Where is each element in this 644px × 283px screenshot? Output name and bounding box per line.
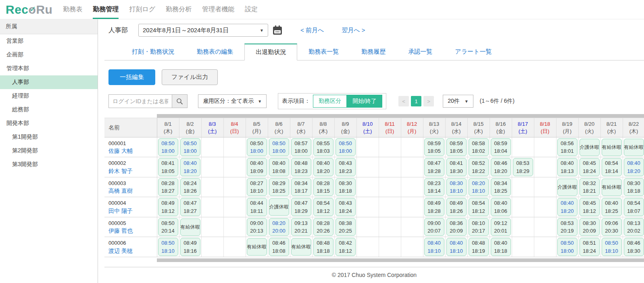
- page-next-button[interactable]: >: [423, 96, 434, 106]
- sidebar-item[interactable]: 企画部: [0, 48, 98, 62]
- horizontal-scrollbar-bottom[interactable]: [157, 258, 644, 262]
- time-chip[interactable]: 09:0020:13: [247, 218, 267, 236]
- time-chip[interactable]: 08:2020:00: [269, 218, 289, 236]
- time-chip[interactable]: 08:2918:25: [269, 178, 289, 196]
- time-chip[interactable]: 08:4718:28: [424, 158, 444, 176]
- leave-chip[interactable]: 有給休暇: [602, 139, 622, 156]
- time-chip[interactable]: 08:4018:10: [446, 238, 467, 256]
- time-chip[interactable]: 08:5418:12: [469, 198, 489, 216]
- time-chip[interactable]: 08:5018:00: [180, 138, 200, 156]
- sidebar-item[interactable]: 経理部: [0, 89, 98, 103]
- time-chip[interactable]: 08:5320:19: [557, 218, 577, 236]
- time-chip[interactable]: 08:4618:20: [491, 158, 511, 176]
- time-chip[interactable]: 08:4018:25: [602, 198, 622, 216]
- time-chip[interactable]: 08:4018:20: [180, 158, 200, 176]
- time-chip[interactable]: 08:5918:05: [424, 138, 444, 156]
- time-chip[interactable]: 08:5418:12: [313, 198, 333, 216]
- tab[interactable]: アラート一覧: [444, 44, 503, 60]
- sidebar-item[interactable]: 人事部: [0, 75, 98, 89]
- time-chip[interactable]: 08:4918:28: [424, 198, 444, 216]
- time-chip[interactable]: 08:4318:23: [336, 158, 356, 176]
- tab[interactable]: 承認一覧: [397, 44, 444, 60]
- time-chip[interactable]: 08:5018:00: [247, 138, 267, 156]
- search-button[interactable]: [172, 95, 187, 108]
- time-chip[interactable]: 08:5418:07: [624, 198, 644, 216]
- time-chip[interactable]: 08:4018:10: [424, 238, 444, 256]
- time-chip[interactable]: 08:4518:24: [579, 158, 600, 176]
- time-chip[interactable]: 08:2318:14: [424, 178, 444, 196]
- employment-type-select[interactable]: 雇用区分：全て表示 ▼: [198, 94, 267, 108]
- time-chip[interactable]: 08:5020:14: [158, 218, 178, 236]
- time-chip[interactable]: 08:4318:24: [336, 198, 356, 216]
- toggle-work-category[interactable]: 勤務区分: [313, 95, 347, 108]
- employee-name-link[interactable]: 伊藤 哲也: [108, 227, 157, 235]
- nav-item[interactable]: 設定: [245, 0, 258, 19]
- nav-item[interactable]: 勤務分析: [166, 0, 192, 19]
- employee-name-link[interactable]: 佐藤 大輔: [108, 147, 157, 155]
- time-chip[interactable]: 08:5518:03: [313, 138, 333, 156]
- time-chip[interactable]: 08:4018:20: [313, 158, 333, 176]
- tab[interactable]: 打刻・勤務状況: [121, 44, 185, 60]
- time-chip[interactable]: 08:5018:00: [557, 238, 577, 256]
- time-chip[interactable]: 08:4818:18: [313, 238, 333, 256]
- sidebar-item[interactable]: 第2開発部: [0, 144, 98, 158]
- time-chip[interactable]: 08:4918:12: [158, 198, 178, 216]
- leave-chip[interactable]: 有給休暇: [291, 238, 311, 256]
- time-chip[interactable]: 08:5718:00: [291, 138, 311, 156]
- time-chip[interactable]: 08:1020:17: [469, 218, 489, 236]
- time-chip[interactable]: 08:4118:30: [446, 158, 467, 176]
- time-chip[interactable]: 08:1320:02: [624, 218, 644, 236]
- time-chip[interactable]: 08:4018:09: [247, 158, 267, 176]
- time-chip[interactable]: 08:4418:11: [247, 198, 267, 216]
- leave-chip[interactable]: 介護休暇: [579, 139, 600, 156]
- time-chip[interactable]: 08:5418:14: [602, 158, 622, 176]
- time-chip[interactable]: 08:5018:00: [269, 138, 289, 156]
- time-chip[interactable]: 08:2018:10: [469, 178, 489, 196]
- page-current-button[interactable]: 1: [411, 96, 421, 106]
- time-chip[interactable]: 09:1320:21: [291, 218, 311, 236]
- employee-name-link[interactable]: 田中 陽子: [108, 207, 157, 215]
- time-chip[interactable]: 09:1220:01: [491, 218, 511, 236]
- nav-item[interactable]: 打刻ログ: [129, 0, 155, 19]
- time-chip[interactable]: 08:3018:10: [446, 178, 467, 196]
- page-size-select[interactable]: 20件 ▼: [443, 95, 473, 108]
- search-input[interactable]: [109, 95, 172, 108]
- recoru-logo[interactable]: Reco✓Ru: [6, 0, 52, 19]
- tab[interactable]: 勤務履歴: [350, 44, 397, 60]
- toggle-start-end[interactable]: 開始/終了: [347, 95, 382, 108]
- prev-month-link[interactable]: < 前月へ: [300, 27, 324, 34]
- nav-item[interactable]: 管理者機能: [202, 0, 234, 19]
- time-chip[interactable]: 08:5818:02: [469, 138, 489, 156]
- employee-name-link[interactable]: 鈴木 智子: [108, 167, 157, 175]
- time-chip[interactable]: 08:5618:01: [557, 138, 577, 156]
- sidebar-item[interactable]: 管理本部: [0, 62, 98, 75]
- time-chip[interactable]: 08:4918:26: [446, 198, 467, 216]
- time-chip[interactable]: 08:4618:30: [624, 238, 644, 256]
- time-chip[interactable]: 08:4718:29: [291, 198, 311, 216]
- time-chip[interactable]: 08:4018:08: [269, 158, 289, 176]
- time-chip[interactable]: 09:0020:07: [424, 218, 444, 236]
- time-chip[interactable]: 08:4018:13: [557, 158, 577, 176]
- time-chip[interactable]: 08:2818:27: [158, 178, 178, 196]
- time-chip[interactable]: 08:5018:10: [158, 238, 178, 256]
- time-chip[interactable]: 08:3020:09: [579, 218, 600, 236]
- time-chip[interactable]: 08:3018:18: [336, 178, 356, 196]
- sidebar-item[interactable]: 開発本部: [0, 117, 98, 130]
- sidebar-item[interactable]: 営業部: [0, 34, 98, 48]
- leave-chip[interactable]: 有給休暇: [602, 179, 622, 196]
- time-chip[interactable]: 08:4018:20: [624, 158, 644, 176]
- time-chip[interactable]: 08:2820:26: [313, 218, 333, 236]
- time-chip[interactable]: 08:5118:24: [579, 238, 600, 256]
- time-chip[interactable]: 08:4018:18: [491, 238, 511, 256]
- sidebar-item[interactable]: 第3開発部: [0, 158, 98, 171]
- nav-item[interactable]: 勤務管理: [93, 0, 119, 19]
- tab[interactable]: 出退勤状況: [244, 44, 297, 60]
- sidebar-item[interactable]: 総務部: [0, 103, 98, 117]
- sidebar-item[interactable]: 第1開発部: [0, 130, 98, 144]
- date-range-select[interactable]: 2024年8月1日～2024年8月31日 ▼: [138, 24, 268, 37]
- time-chip[interactable]: 08:5018:00: [336, 138, 356, 156]
- time-chip[interactable]: 08:5918:05: [446, 138, 467, 156]
- time-chip[interactable]: 08:3620:09: [446, 218, 467, 236]
- page-prev-button[interactable]: <: [398, 96, 409, 106]
- time-chip[interactable]: 08:5018:10: [602, 238, 622, 256]
